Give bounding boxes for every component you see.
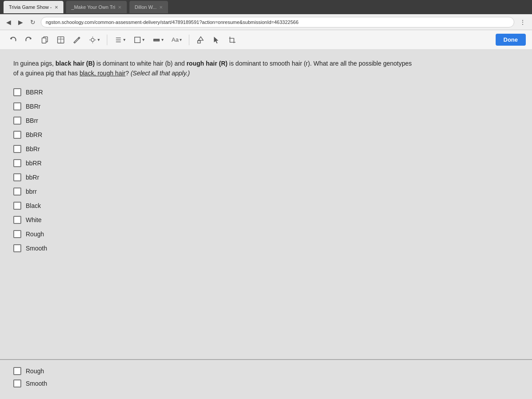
inactive-tab-2[interactable]: Dillon W... ✕ [129,1,168,13]
option-item-11: Smooth [13,244,519,252]
checkbox-8[interactable] [13,202,21,210]
option-label-7: bbrr [26,188,37,195]
back-button[interactable]: ◀ [4,18,13,27]
table-button[interactable] [54,34,67,46]
svg-rect-16 [198,40,200,43]
copy-icon [41,36,49,44]
select-all-italic: (Select all that apply.) [131,70,190,77]
shape-button[interactable] [194,34,207,46]
browser-chrome: Trivia Game Show - ✕ _Make Your Own Tri … [0,0,532,14]
checkbox-2[interactable] [13,117,21,125]
option-label-8: Black [26,202,41,209]
option-label-2: BBrr [26,117,38,124]
option-label-4: BbRr [26,145,40,153]
crop-button[interactable] [226,34,239,46]
inactive-tab-2-label: Dillon W... [135,4,157,10]
extensions-button[interactable]: ⋮ [518,18,528,27]
svg-rect-1 [42,38,46,43]
bold-rough-hair: rough hair (R) [187,60,228,67]
checkbox-5[interactable] [13,159,21,167]
forward-button[interactable]: ▶ [16,18,25,27]
option-item-3: BbRR [13,131,519,139]
bottom-checkbox-smooth[interactable] [13,379,21,387]
address-bar-row: ◀ ▶ ↻ ngston.schoology.com/common-assess… [0,14,532,30]
font-size-button[interactable]: Aa ▾ [169,35,184,45]
checkbox-4[interactable] [13,145,21,153]
tab-close-icon[interactable]: ✕ [55,5,58,10]
inactive-tab-1-label: _Make Your Own Tri [71,4,115,10]
done-button[interactable]: Done [496,34,526,46]
bottom-option-rough: Rough [13,367,519,375]
reload-button[interactable]: ↻ [28,18,37,27]
option-item-6: bbRr [13,173,519,181]
inactive-tab-1[interactable]: _Make Your Own Tri ✕ [66,1,127,13]
svg-point-5 [91,38,94,41]
option-item-1: BBRr [13,102,519,110]
list-button[interactable]: ▾ [112,34,128,46]
checkbox-6[interactable] [13,173,21,181]
main-content: In guinea pigs, black hair (B) is domina… [0,50,532,399]
option-label-10: Rough [26,231,44,238]
redo-icon [25,36,33,44]
crop-icon [228,36,236,44]
square-button[interactable]: ▾ [131,34,147,46]
option-item-0: BBRR [13,88,519,96]
option-item-9: White [13,216,519,224]
bottom-option-smooth: Smooth [13,379,519,387]
pencil-button[interactable] [70,34,83,46]
list-icon [114,36,122,44]
checkbox-1[interactable] [13,102,21,110]
square-chevron-icon: ▾ [142,37,145,42]
redo-button[interactable] [22,34,35,46]
active-tab-label: Trivia Game Show - [9,4,52,10]
svg-marker-18 [214,36,219,43]
option-item-8: Black [13,202,519,210]
pencil-icon [73,36,81,44]
sun-chevron-icon: ▾ [98,37,100,42]
list-chevron-icon: ▾ [123,37,125,42]
sun-button[interactable]: ▾ [86,34,102,46]
bottom-panel: Rough Smooth [0,359,532,399]
address-input[interactable]: ngston.schoology.com/common-assessment-d… [41,17,514,27]
options-list: BBRR BBRr BBrr BbRR BbRr bbRR bbRr bbrr [13,88,519,252]
bottom-checkbox-rough[interactable] [13,367,21,375]
question-paragraph: In guinea pigs, black hair (B) is domina… [13,59,412,78]
toolbar-divider-1 [107,35,107,45]
sun-icon [89,36,97,44]
tab-2-close-icon[interactable]: ✕ [159,5,163,10]
checkbox-7[interactable] [13,188,21,196]
underlined-trait: black, rough hair [79,70,125,77]
address-text: ngston.schoology.com/common-assessment-d… [46,20,298,25]
checkbox-9[interactable] [13,216,21,224]
copy-button[interactable] [38,34,51,46]
checkbox-3[interactable] [13,131,21,139]
option-label-6: bbRr [26,174,39,181]
checkbox-0[interactable] [13,88,21,96]
undo-button[interactable] [6,34,20,46]
svg-marker-17 [198,36,203,40]
shape-icon [196,36,204,44]
option-item-5: bbRR [13,159,519,167]
checkbox-11[interactable] [13,244,21,252]
option-label-11: Smooth [26,245,47,252]
bottom-options-list: Rough Smooth [13,367,519,387]
option-label-3: BbRR [26,131,42,138]
option-item-7: bbrr [13,188,519,196]
option-item-2: BBrr [13,117,519,125]
toolbar-divider-2 [189,35,189,45]
tab-1-close-icon[interactable]: ✕ [118,5,121,10]
active-tab[interactable]: Trivia Game Show - ✕ [4,1,63,13]
svg-rect-13 [135,37,141,43]
option-item-10: Rough [13,230,519,238]
cursor-icon [212,36,220,44]
font-chevron-icon: ▾ [180,37,182,42]
bold-black-hair: black hair (B) [55,60,95,67]
cursor-button[interactable] [210,34,223,46]
checkbox-10[interactable] [13,230,21,238]
editor-toolbar: ▾ ▾ ▾ ▾ Aa ▾ [0,30,532,50]
undo-icon [9,36,17,44]
option-label-1: BBRr [26,103,40,110]
strikethrough-icon [153,36,160,44]
option-label-5: bbRR [26,160,42,167]
strikethrough-button[interactable]: ▾ [150,34,166,46]
